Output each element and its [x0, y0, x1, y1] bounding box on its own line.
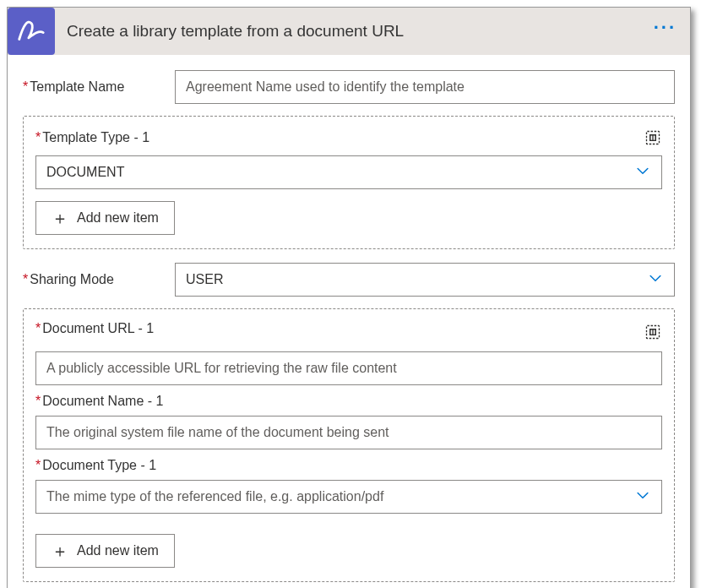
template-name-label: *Template Name [23, 79, 175, 95]
card-body: *Template Name *Template Type - 1 [8, 55, 690, 588]
sharing-mode-label: *Sharing Mode [23, 272, 175, 287]
chevron-down-icon [647, 270, 664, 291]
document-group: *Document URL - 1 *Document [23, 308, 675, 582]
dynamic-content-icon[interactable] [644, 323, 662, 341]
more-menu-icon[interactable]: ··· [654, 17, 677, 46]
adobe-sign-icon [8, 8, 55, 55]
sharing-mode-select[interactable]: USER [175, 263, 675, 297]
chevron-down-icon [634, 487, 651, 508]
document-name-label: *Document Name - 1 [35, 394, 662, 409]
card-title: Create a library template from a documen… [67, 22, 654, 41]
required-asterisk: * [35, 321, 41, 335]
template-type-group: *Template Type - 1 DOCUMENT [23, 116, 675, 249]
template-type-select[interactable]: DOCUMENT [35, 155, 662, 189]
plus-icon: ＋ [52, 542, 68, 559]
dynamic-content-icon[interactable] [644, 128, 662, 147]
required-asterisk: * [23, 272, 28, 286]
chevron-down-icon [634, 162, 651, 183]
template-name-input[interactable] [175, 70, 675, 104]
document-type-select[interactable]: The mime type of the referenced file, e.… [35, 480, 662, 514]
required-asterisk: * [35, 458, 41, 472]
template-type-label: *Template Type - 1 [35, 130, 149, 145]
required-asterisk: * [35, 394, 41, 408]
plus-icon: ＋ [52, 210, 68, 226]
sharing-mode-row: *Sharing Mode USER [23, 263, 675, 297]
add-template-type-button[interactable]: ＋ Add new item [35, 201, 175, 235]
document-url-input[interactable] [35, 351, 662, 385]
add-document-button[interactable]: ＋ Add new item [35, 534, 175, 568]
card-header: Create a library template from a documen… [8, 8, 690, 55]
action-card: Create a library template from a documen… [7, 7, 691, 588]
required-asterisk: * [35, 130, 41, 144]
template-name-row: *Template Name [23, 70, 675, 104]
document-url-label: *Document URL - 1 [35, 321, 154, 336]
document-type-label: *Document Type - 1 [35, 458, 662, 473]
required-asterisk: * [23, 79, 28, 94]
document-name-input[interactable] [35, 416, 662, 449]
